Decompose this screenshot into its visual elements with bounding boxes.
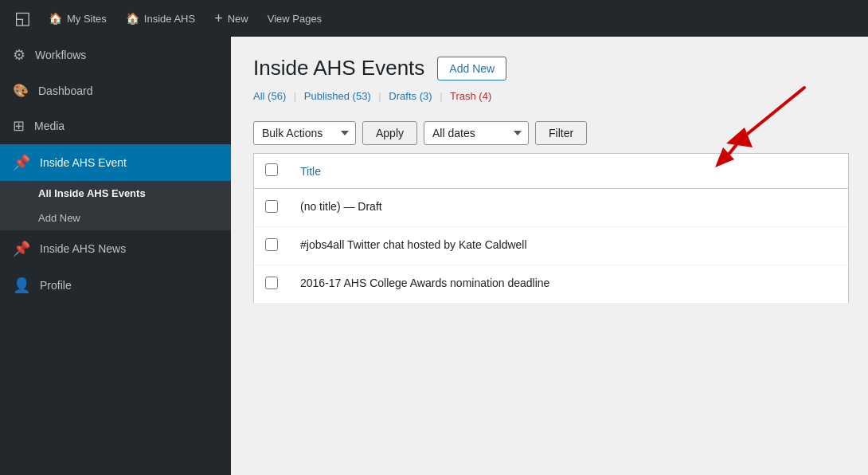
row-title-link[interactable]: #jobs4all Twitter chat hosted by Kate Ca… [300,238,527,251]
add-new-sidebar-label: Add New [38,212,80,224]
inside-ahs-button[interactable]: 🏠 Inside AHS [118,0,203,37]
select-all-checkbox[interactable] [265,163,278,176]
sidebar: ⚙ Workflows 🎨 Dashboard ⊞ Media 📌 Inside… [0,37,231,475]
inside-ahs-label: Inside AHS [144,13,195,25]
filter-button[interactable]: Filter [535,121,587,145]
table-row: 2016-17 AHS College Awards nomination de… [254,265,849,304]
row-checkbox-cell [254,227,290,265]
wp-logo-button[interactable]: ◱ [8,0,37,37]
apply-button[interactable]: Apply [362,121,417,145]
filter-links: All (56) | Published (53) | Drafts (3) |… [253,90,849,102]
new-button[interactable]: + New [206,0,256,37]
page-title: Inside AHS Events [253,56,424,80]
sidebar-workflows-label: Workflows [35,49,86,61]
my-sites-button[interactable]: 🏠 My Sites [41,0,115,37]
dates-dropdown[interactable]: All dates January 2017February 2017 [424,121,529,145]
sidebar-item-dashboard[interactable]: 🎨 Dashboard [0,73,231,108]
bulk-actions-dropdown[interactable]: Bulk Actions EditMove to Trash [253,121,356,145]
row-checkbox-cell [254,265,290,304]
home-icon: 🏠 [49,12,62,25]
news-pin-icon: 📌 [13,240,30,257]
sidebar-submenu: All Inside AHS Events Add New [0,181,231,230]
sep-1: | [294,90,296,102]
filter-trash-link[interactable]: Trash (4) [450,90,491,102]
row-checkbox[interactable] [265,238,278,251]
row-checkbox[interactable] [265,277,278,289]
inside-ahs-news-label: Inside AHS News [40,242,126,255]
row-title-link[interactable]: 2016-17 AHS College Awards nomination de… [300,277,549,289]
bulk-filter-row: Bulk Actions EditMove to Trash Apply All… [253,113,849,153]
table-header-row: Title [254,154,849,189]
add-new-button[interactable]: Add New [437,57,506,80]
sidebar-item-workflows[interactable]: ⚙ Workflows [0,37,231,73]
inside-ahs-home-icon: 🏠 [126,12,139,25]
filter-all-link[interactable]: All (56) [253,90,289,102]
wp-icon: ◱ [14,8,31,29]
sidebar-media-label: Media [34,120,65,132]
table-row: #jobs4all Twitter chat hosted by Kate Ca… [254,227,849,265]
row-title-cell: #jobs4all Twitter chat hosted by Kate Ca… [289,227,849,265]
sidebar-item-inside-ahs-event[interactable]: 📌 Inside AHS Event [0,144,231,181]
row-title-link[interactable]: (no title) — Draft [300,200,382,213]
workflows-icon: ⚙ [13,46,25,64]
profile-label: Profile [40,279,72,292]
profile-icon: 👤 [13,277,30,294]
sidebar-item-media[interactable]: ⊞ Media [0,108,231,144]
events-table: Title (no title) — Draft #jobs4all Twitt… [253,153,849,304]
all-events-label: All Inside AHS Events [38,187,146,199]
row-checkbox-cell [254,189,290,227]
view-pages-label: View Pages [268,13,322,25]
media-icon: ⊞ [13,117,25,135]
sidebar-all-events[interactable]: All Inside AHS Events [0,181,231,206]
sep-2: | [378,90,381,102]
my-sites-label: My Sites [67,13,107,25]
view-pages-button[interactable]: View Pages [260,0,330,37]
table-row: (no title) — Draft [254,189,849,227]
row-title-cell: (no title) — Draft [289,189,849,227]
table-body: (no title) — Draft #jobs4all Twitter cha… [254,189,849,304]
plus-icon: + [214,10,223,27]
row-title-cell: 2016-17 AHS College Awards nomination de… [289,265,849,304]
pin-icon: 📌 [13,154,30,171]
sidebar-item-profile[interactable]: 👤 Profile [0,267,231,304]
title-column-header[interactable]: Title [289,154,849,189]
sidebar-dashboard-label: Dashboard [38,84,93,97]
admin-bar: ◱ 🏠 My Sites 🏠 Inside AHS + New View Pag… [0,0,868,37]
filter-drafts-link[interactable]: Drafts (3) [389,90,435,102]
sidebar-item-inside-ahs-news[interactable]: 📌 Inside AHS News [0,230,231,267]
row-checkbox[interactable] [265,200,278,213]
main-content: Inside AHS Events Add New All (56) | Pub… [231,37,868,475]
dashboard-icon: 🎨 [13,83,29,98]
filter-published-link[interactable]: Published (53) [304,90,373,102]
sep-3: | [440,90,442,102]
sidebar-inside-ahs-label: Inside AHS Event [40,156,127,169]
select-all-header [254,154,290,189]
sidebar-add-new[interactable]: Add New [0,206,231,230]
new-label: New [228,13,248,25]
page-header: Inside AHS Events Add New [253,56,849,80]
